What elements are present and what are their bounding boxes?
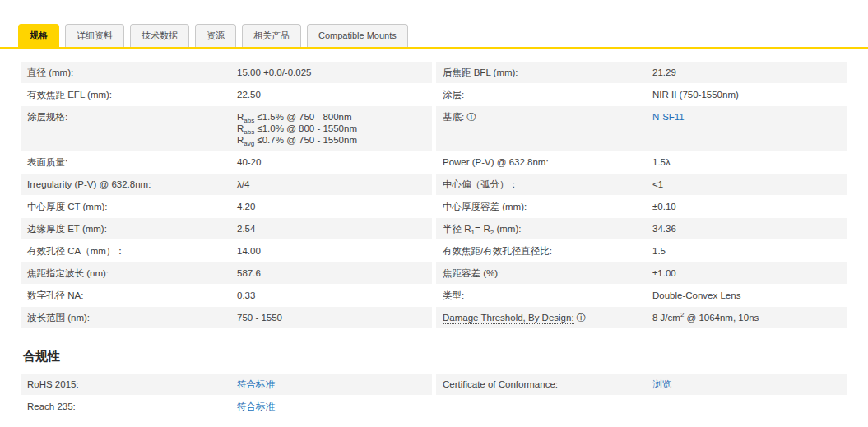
row-half-right: 后焦距 BFL (mm):21.29 [436,62,847,83]
row-half-left: 边缘厚度 ET (mm):2.54 [21,218,432,239]
row-half-left: 中心厚度 CT (mm):4.20 [21,196,432,217]
spec-label [436,396,646,417]
spec-value: 15.00 +0.0/-0.025 [230,62,432,83]
spec-value: 40-20 [230,151,432,173]
spec-label: 类型: [436,285,646,306]
spec-value: 1.5λ [646,151,847,173]
value-link[interactable]: 符合标准 [237,379,275,389]
spec-label: Certificate of Conformance: [436,374,646,395]
spec-value: 符合标准 [230,396,432,417]
spec-value: Rabs ≤1.5% @ 750 - 800nmRabs ≤1.0% @ 800… [230,106,432,151]
spec-label: 表面质量: [21,151,230,173]
spec-page: 规格详细资料技术数据资源相关产品Compatible Mounts 直径 (mm… [0,24,868,417]
compliance-section-title: 合规性 [23,349,847,364]
tab-1[interactable]: 规格 [18,24,59,47]
spec-label: 边缘厚度 ET (mm): [21,218,230,239]
spec-label: 后焦距 BFL (mm): [436,62,646,83]
table-row: 波长范围 (nm):750 - 1550Damage Threshold, By… [21,307,847,328]
spec-label: 直径 (mm): [21,62,230,83]
spec-label: 有效焦距/有效孔径直径比: [436,240,646,262]
value-link[interactable]: 浏览 [652,379,671,389]
row-half-right: 中心偏（弧分）：<1 [436,174,847,195]
spec-value: ±0.10 [646,196,847,217]
table-row: 涂层规格:Rabs ≤1.5% @ 750 - 800nmRabs ≤1.0% … [21,106,847,151]
spec-value: 4.20 [230,196,432,217]
row-half-left: 有效孔径 CA（mm）：14.00 [21,240,432,262]
table-row: 直径 (mm):15.00 +0.0/-0.025后焦距 BFL (mm):21… [21,62,847,83]
spec-label: 基底:ⓘ [436,106,646,151]
spec-value: 0.33 [230,285,432,306]
spec-label: 中心厚度容差 (mm): [436,196,646,217]
spec-label: 中心厚度 CT (mm): [21,196,230,217]
table-row: Reach 235:符合标准 [21,396,847,417]
spec-value: <1 [646,174,847,195]
info-icon[interactable]: ⓘ [577,313,587,323]
spec-label: 涂层规格: [21,106,230,151]
row-half-left: RoHS 2015:符合标准 [21,374,432,395]
spec-label: RoHS 2015: [21,374,230,395]
spec-value: 21.29 [646,62,847,83]
spec-table: 直径 (mm):15.00 +0.0/-0.025后焦距 BFL (mm):21… [21,62,847,328]
spec-value: 587.6 [230,262,432,284]
table-row: 有效焦距 EFL (mm):22.50涂层:NIR II (750-1550nm… [21,84,847,105]
spec-content: 直径 (mm):15.00 +0.0/-0.025后焦距 BFL (mm):21… [0,62,868,417]
spec-value: 750 - 1550 [230,307,432,328]
row-half-left: 直径 (mm):15.00 +0.0/-0.025 [21,62,432,83]
row-half-left: 数字孔径 NA:0.33 [21,285,432,306]
spec-label: 焦距指定波长 (nm): [21,262,230,284]
row-half-left: Reach 235:符合标准 [21,396,432,417]
tab-3[interactable]: 技术数据 [130,24,189,47]
row-half-right: 中心厚度容差 (mm):±0.10 [436,196,847,217]
table-row: 数字孔径 NA:0.33类型:Double-Convex Lens [21,285,847,306]
row-half-left: Irregularity (P-V) @ 632.8nm:λ/4 [21,174,432,195]
spec-value: 1.5 [646,240,847,262]
row-half-right: 涂层:NIR II (750-1550nm) [436,84,847,105]
spec-value: 34.36 [646,218,847,239]
tab-5[interactable]: 相关产品 [242,24,301,47]
row-half-right: 类型:Double-Convex Lens [436,285,847,306]
spec-value: Double-Convex Lens [646,285,847,306]
row-half-right [436,396,847,417]
tab-4[interactable]: 资源 [195,24,236,47]
spec-value: 2.54 [230,218,432,239]
tab-bar: 规格详细资料技术数据资源相关产品Compatible Mounts [0,24,868,47]
table-row: 中心厚度 CT (mm):4.20中心厚度容差 (mm):±0.10 [21,196,847,217]
spec-value: 浏览 [646,374,847,395]
spec-value: 14.00 [230,240,432,262]
row-half-right: 基底:ⓘN-SF11 [436,106,847,151]
spec-label: Reach 235: [21,396,230,417]
spec-value: λ/4 [230,174,432,195]
value-link[interactable]: N-SF11 [652,112,685,122]
spec-label: 有效焦距 EFL (mm): [21,84,230,105]
row-half-left: 焦距指定波长 (nm):587.6 [21,262,432,284]
row-half-right: Power (P-V) @ 632.8nm:1.5λ [436,151,847,173]
row-half-right: 焦距容差 (%):±1.00 [436,262,847,284]
spec-label: Irregularity (P-V) @ 632.8nm: [21,174,230,195]
spec-value: 8 J/cm2 @ 1064nm, 10ns [646,307,847,328]
spec-value: 符合标准 [230,374,432,395]
spec-value: NIR II (750-1550nm) [646,84,847,105]
row-half-right: Certificate of Conformance:浏览 [436,374,847,395]
spec-label: Power (P-V) @ 632.8nm: [436,151,646,173]
spec-label: 涂层: [436,84,646,105]
compliance-table: RoHS 2015:符合标准Certificate of Conformance… [21,374,847,417]
tab-6[interactable]: Compatible Mounts [307,24,408,47]
spec-value: 22.50 [230,84,432,105]
row-half-left: 波长范围 (nm):750 - 1550 [21,307,432,328]
row-half-right: 半径 R1=-R2 (mm):34.36 [436,218,847,239]
table-row: 焦距指定波长 (nm):587.6焦距容差 (%):±1.00 [21,262,847,284]
spec-label: 有效孔径 CA（mm）： [21,240,230,262]
spec-value: ±1.00 [646,262,847,284]
info-icon[interactable]: ⓘ [466,112,476,122]
spec-label: Damage Threshold, By Design:ⓘ [436,307,646,328]
tab-underline [0,47,868,49]
table-row: 有效孔径 CA（mm）：14.00有效焦距/有效孔径直径比:1.5 [21,240,847,262]
spec-value [646,396,847,417]
row-half-left: 涂层规格:Rabs ≤1.5% @ 750 - 800nmRabs ≤1.0% … [21,106,432,151]
table-row: RoHS 2015:符合标准Certificate of Conformance… [21,374,847,395]
tab-2[interactable]: 详细资料 [65,24,124,47]
spec-label: 中心偏（弧分）： [436,174,646,195]
row-half-left: 有效焦距 EFL (mm):22.50 [21,84,432,105]
spec-label: 波长范围 (nm): [21,307,230,328]
value-link[interactable]: 符合标准 [237,401,275,411]
